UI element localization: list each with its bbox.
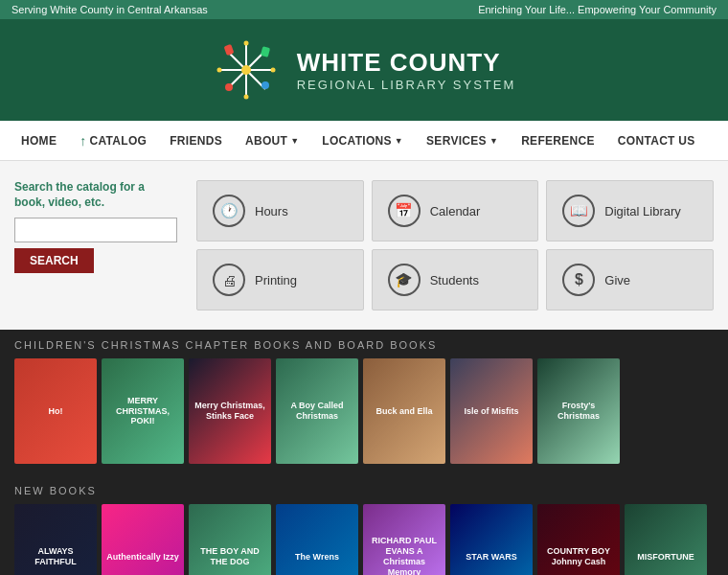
give-label: Give — [604, 273, 630, 288]
christmas-books-section: CHILDREN'S CHRISTMAS CHAPTER BOOKS AND B… — [0, 330, 728, 473]
christmas-section-title: CHILDREN'S CHRISTMAS CHAPTER BOOKS AND B… — [14, 339, 714, 351]
calendar-icon: 📅 — [388, 195, 421, 227]
catalog-icon: ↑ — [80, 133, 86, 149]
quick-link-students[interactable]: 🎓 Students — [372, 249, 539, 310]
svg-rect-5 — [223, 44, 234, 56]
svg-rect-6 — [261, 46, 270, 58]
list-item[interactable]: Buck and Ella — [363, 358, 445, 464]
digital-library-icon: 📖 — [562, 195, 595, 227]
list-item[interactable]: MERRY CHRISTMAS, POKI! — [102, 358, 184, 464]
students-label: Students — [430, 273, 479, 288]
list-item[interactable]: MISFORTUNE — [625, 504, 707, 575]
nav-item-friends[interactable]: FRIENDS — [158, 121, 234, 161]
nav-item-contact[interactable]: CONTACT US — [606, 121, 707, 161]
svg-point-10 — [243, 95, 248, 100]
list-item[interactable]: Authentically Izzy — [102, 504, 184, 575]
main-navbar: HOME ↑ CATALOG FRIENDS ABOUT ▼ LOCATIONS… — [0, 121, 728, 161]
search-input[interactable] — [14, 218, 177, 242]
nav-item-services[interactable]: SERVICES ▼ — [415, 121, 510, 161]
printing-icon: 🖨 — [213, 264, 245, 296]
site-title-main: WHITE COUNTY — [297, 48, 516, 78]
logo-icon — [213, 36, 280, 104]
quick-link-calendar[interactable]: 📅 Calendar — [372, 180, 539, 242]
quick-link-give[interactable]: $ Give — [546, 249, 714, 310]
calendar-label: Calendar — [430, 204, 481, 218]
digital-library-label: Digital Library — [604, 204, 680, 218]
printing-label: Printing — [255, 273, 297, 288]
search-section: Search the catalog for a book, video, et… — [14, 180, 177, 310]
nav-item-home[interactable]: HOME — [10, 121, 68, 161]
list-item[interactable]: Isle of Misfits — [450, 358, 533, 464]
list-item[interactable]: COUNTRY BOY Johnny Cash — [537, 504, 620, 575]
top-bar: Serving White County in Central Arkansas… — [0, 0, 728, 19]
about-caret: ▼ — [290, 136, 299, 146]
nav-item-about[interactable]: ABOUT ▼ — [234, 121, 310, 161]
hours-label: Hours — [255, 204, 288, 218]
site-header: WHITE COUNTY REGIONAL LIBRARY SYSTEM — [0, 19, 728, 121]
svg-point-8 — [262, 81, 269, 89]
main-content-area: Search the catalog for a book, video, et… — [0, 161, 728, 330]
list-item[interactable]: Ho! — [14, 358, 97, 464]
list-item[interactable]: A Boy Called Christmas — [276, 358, 358, 464]
search-button[interactable]: SEARCH — [14, 248, 94, 273]
nav-item-reference[interactable]: REFERENCE — [510, 121, 606, 161]
list-item[interactable]: Frosty's Christmas — [537, 358, 620, 464]
new-books-section-title: NEW BOOKS — [14, 485, 714, 496]
list-item[interactable]: Merry Christmas, Stinks Face — [189, 358, 271, 464]
quick-links-grid: 🕐 Hours 📅 Calendar 📖 Digital Library 🖨 P… — [196, 180, 714, 310]
nav-item-catalog[interactable]: ↑ CATALOG — [68, 121, 158, 161]
list-item[interactable]: ALWAYS FAITHFUL — [14, 504, 97, 575]
top-bar-right: Enriching Your Life... Empowering Your C… — [478, 4, 717, 15]
top-bar-left: Serving White County in Central Arkansas — [11, 4, 208, 15]
quick-link-printing[interactable]: 🖨 Printing — [196, 249, 364, 310]
hours-icon: 🕐 — [213, 195, 245, 227]
list-item[interactable]: THE BOY AND THE DOG — [189, 504, 271, 575]
search-label: Search the catalog for a book, video, et… — [14, 180, 177, 210]
quick-link-hours[interactable]: 🕐 Hours — [196, 180, 364, 242]
nav-item-locations[interactable]: LOCATIONS ▼ — [310, 121, 415, 161]
header-text: WHITE COUNTY REGIONAL LIBRARY SYSTEM — [297, 48, 516, 92]
new-books-row: ALWAYS FAITHFUL Authentically Izzy THE B… — [14, 504, 714, 575]
svg-point-7 — [225, 83, 233, 91]
list-item[interactable]: The Wrens — [276, 504, 358, 575]
new-books-section: NEW BOOKS ALWAYS FAITHFUL Authentically … — [0, 473, 728, 575]
site-title-sub: REGIONAL LIBRARY SYSTEM — [297, 78, 516, 92]
list-item[interactable]: STAR WARS — [450, 504, 533, 575]
give-icon: $ — [562, 264, 595, 296]
quick-link-digital-library[interactable]: 📖 Digital Library — [546, 180, 714, 242]
svg-point-12 — [270, 68, 275, 73]
svg-point-9 — [243, 41, 248, 46]
students-icon: 🎓 — [388, 264, 421, 296]
svg-point-11 — [216, 68, 221, 73]
christmas-books-row: Ho! MERRY CHRISTMAS, POKI! Merry Christm… — [14, 358, 714, 464]
services-caret: ▼ — [489, 136, 498, 146]
locations-caret: ▼ — [395, 136, 403, 146]
svg-point-4 — [241, 65, 251, 75]
list-item[interactable]: RICHARD PAUL EVANS A Christmas Memory — [363, 504, 445, 575]
